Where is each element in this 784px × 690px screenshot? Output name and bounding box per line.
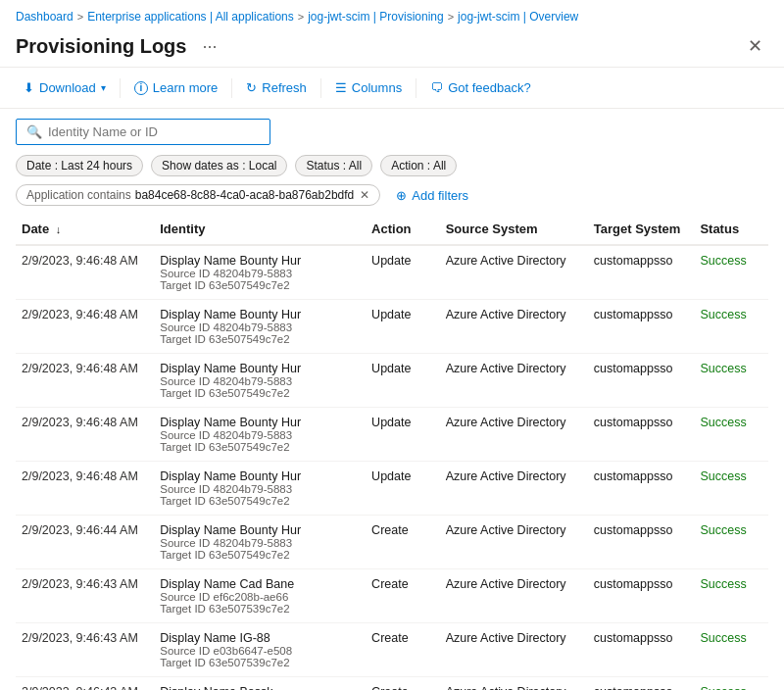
action-filter-chip[interactable]: Action : All (380, 155, 457, 176)
cell-action: Update (366, 462, 440, 516)
cell-action: Update (366, 245, 440, 300)
show-dates-filter-chip[interactable]: Show dates as : Local (151, 155, 287, 176)
refresh-icon: ↻ (246, 80, 257, 95)
identity-target-id: Target ID 63e507549c7e2 (160, 549, 360, 561)
cell-action: Create (366, 569, 440, 623)
columns-icon: ☰ (335, 80, 347, 95)
search-box: 🔍 (16, 119, 270, 145)
cell-date: 2/9/2023, 9:46:48 AM (16, 300, 154, 354)
identity-display-name: Display Name Bounty Hur (160, 362, 360, 375)
provisioning-logs-table: Date ↓ Identity Action Source System Tar… (0, 214, 784, 690)
identity-target-id: Target ID 63e507549c7e2 (160, 441, 360, 453)
table-row[interactable]: 2/9/2023, 9:46:48 AM Display Name Bounty… (16, 300, 768, 354)
cell-source: Azure Active Directory (440, 516, 588, 569)
info-icon: i (134, 81, 148, 95)
cell-date: 2/9/2023, 9:46:48 AM (16, 408, 154, 462)
cell-status: Success (694, 462, 768, 516)
cell-target: customappsso (588, 677, 695, 691)
identity-target-id: Target ID 63e507539c7e2 (160, 657, 360, 668)
sort-icon-date: ↓ (56, 223, 62, 235)
download-button[interactable]: ⬇ Download ▾ (16, 75, 114, 100)
cell-date: 2/9/2023, 9:46:43 AM (16, 623, 154, 677)
cell-target: customappsso (588, 300, 695, 354)
identity-source-id: Source ID 48204b79-5883 (160, 375, 360, 387)
table-row[interactable]: 2/9/2023, 9:46:43 AM Display Name Bossk … (16, 677, 768, 691)
identity-display-name: Display Name Bounty Hur (160, 416, 360, 429)
cell-date: 2/9/2023, 9:46:48 AM (16, 245, 154, 300)
breadcrumb-overview[interactable]: jog-jwt-scim | Overview (458, 10, 578, 24)
cell-status: Success (694, 300, 768, 354)
cell-action: Update (366, 354, 440, 408)
more-options-button[interactable]: ··· (196, 34, 222, 59)
identity-display-name: Display Name Bossk (160, 685, 360, 690)
table-row[interactable]: 2/9/2023, 9:46:48 AM Display Name Bounty… (16, 354, 768, 408)
table-row[interactable]: 2/9/2023, 9:46:48 AM Display Name Bounty… (16, 462, 768, 516)
identity-display-name: Display Name Cad Bane (160, 577, 360, 591)
cell-status: Success (694, 677, 768, 691)
table-row[interactable]: 2/9/2023, 9:46:48 AM Display Name Bounty… (16, 245, 768, 300)
identity-target-id: Target ID 63e507549c7e2 (160, 333, 360, 345)
cell-action: Create (366, 677, 440, 691)
toolbar-divider-3 (320, 78, 321, 98)
search-input[interactable] (48, 124, 260, 139)
cell-identity: Display Name Bounty Hur Source ID 48204b… (154, 516, 366, 569)
cell-action: Update (366, 300, 440, 354)
identity-target-id: Target ID 63e507549c7e2 (160, 279, 360, 291)
cell-identity: Display Name Bossk Source ID 7b83b7af-66… (154, 677, 366, 691)
cell-action: Update (366, 408, 440, 462)
breadcrumb: Dashboard > Enterprise applications | Al… (0, 0, 784, 29)
cell-date: 2/9/2023, 9:46:43 AM (16, 569, 154, 623)
add-filters-button[interactable]: ⊕ Add filters (388, 185, 476, 206)
identity-target-id: Target ID 63e507549c7e2 (160, 387, 360, 399)
app-filter-close-button[interactable]: ✕ (360, 188, 369, 202)
cell-identity: Display Name Cad Bane Source ID ef6c208b… (154, 569, 366, 623)
cell-status: Success (694, 245, 768, 300)
cell-action: Create (366, 516, 440, 569)
cell-action: Create (366, 623, 440, 677)
cell-status: Success (694, 623, 768, 677)
learn-more-button[interactable]: i Learn more (126, 75, 225, 100)
col-date[interactable]: Date ↓ (16, 214, 154, 245)
toolbar: ⬇ Download ▾ i Learn more ↻ Refresh ☰ Co… (0, 68, 784, 109)
toolbar-divider-1 (120, 78, 121, 98)
app-filter-chip: Application contains ba84ce68-8c88-4ca0-… (16, 184, 380, 206)
table-row[interactable]: 2/9/2023, 9:46:48 AM Display Name Bounty… (16, 408, 768, 462)
table-row[interactable]: 2/9/2023, 9:46:44 AM Display Name Bounty… (16, 516, 768, 569)
status-filter-label: Status : All (306, 159, 362, 172)
identity-source-id: Source ID ef6c208b-ae66 (160, 591, 360, 603)
identity-source-id: Source ID e03b6647-e508 (160, 645, 360, 657)
breadcrumb-dashboard[interactable]: Dashboard (16, 10, 74, 24)
cell-source: Azure Active Directory (440, 354, 588, 408)
cell-status: Success (694, 354, 768, 408)
date-filter-chip[interactable]: Date : Last 24 hours (16, 155, 143, 176)
app-filter-value: ba84ce68-8c88-4ca0-aca8-ba876ab2bdfd (135, 188, 355, 202)
col-action: Action (366, 214, 440, 245)
cell-target: customappsso (588, 623, 695, 677)
cell-status: Success (694, 408, 768, 462)
feedback-button[interactable]: 🗨 Got feedback? (422, 75, 539, 100)
breadcrumb-provisioning[interactable]: jog-jwt-scim | Provisioning (308, 10, 444, 24)
search-area: 🔍 (0, 109, 784, 155)
action-filter-label: Action : All (391, 159, 446, 172)
cell-source: Azure Active Directory (440, 623, 588, 677)
cell-target: customappsso (588, 516, 695, 569)
table-row[interactable]: 2/9/2023, 9:46:43 AM Display Name Cad Ba… (16, 569, 768, 623)
cell-source: Azure Active Directory (440, 677, 588, 691)
table-row[interactable]: 2/9/2023, 9:46:43 AM Display Name IG-88 … (16, 623, 768, 677)
cell-source: Azure Active Directory (440, 408, 588, 462)
columns-button[interactable]: ☰ Columns (327, 75, 410, 100)
refresh-button[interactable]: ↻ Refresh (238, 75, 315, 100)
cell-source: Azure Active Directory (440, 569, 588, 623)
identity-display-name: Display Name Bounty Hur (160, 469, 360, 483)
cell-target: customappsso (588, 462, 695, 516)
close-button[interactable]: ✕ (742, 33, 768, 59)
status-filter-chip[interactable]: Status : All (295, 155, 372, 176)
show-dates-filter-label: Show dates as : Local (162, 159, 276, 172)
breadcrumb-enterprise-apps[interactable]: Enterprise applications | All applicatio… (87, 10, 294, 24)
toolbar-divider-2 (231, 78, 232, 98)
cell-date: 2/9/2023, 9:46:43 AM (16, 677, 154, 691)
cell-source: Azure Active Directory (440, 245, 588, 300)
col-target: Target System (588, 214, 695, 245)
identity-target-id: Target ID 63e507539c7e2 (160, 603, 360, 615)
identity-source-id: Source ID 48204b79-5883 (160, 537, 360, 549)
